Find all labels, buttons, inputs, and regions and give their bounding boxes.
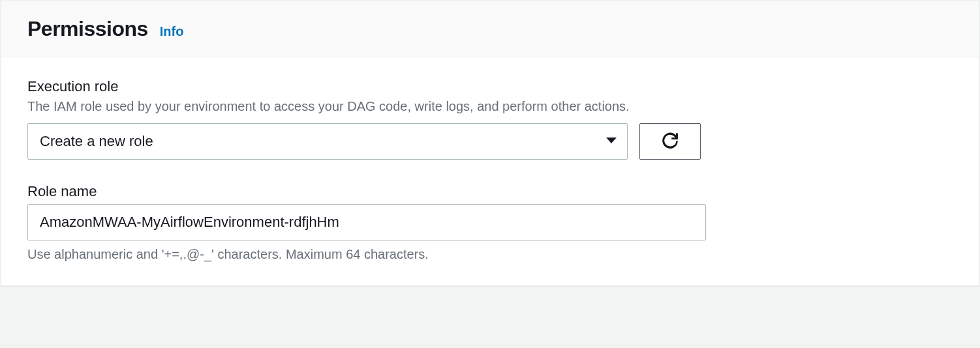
info-link[interactable]: Info [160, 24, 184, 39]
panel-title: Permissions [27, 17, 148, 41]
panel-body: Execution role The IAM role used by your… [1, 57, 979, 285]
role-name-input[interactable] [27, 204, 706, 240]
execution-role-selected-value: Create a new role [40, 133, 153, 150]
role-name-group: Role name Use alphanumeric and '+=,.@-_'… [27, 183, 953, 262]
refresh-icon [661, 132, 679, 152]
execution-role-select[interactable]: Create a new role [27, 123, 628, 160]
execution-role-row: Create a new role [27, 123, 953, 160]
execution-role-select-wrap: Create a new role [27, 123, 628, 160]
execution-role-group: Execution role The IAM role used by your… [27, 78, 953, 160]
execution-role-description: The IAM role used by your environment to… [27, 99, 953, 114]
panel-header: Permissions Info [1, 1, 979, 57]
execution-role-label: Execution role [27, 78, 953, 95]
permissions-panel: Permissions Info Execution role The IAM … [1, 1, 979, 286]
role-name-hint: Use alphanumeric and '+=,.@-_' character… [27, 247, 953, 262]
role-name-label: Role name [27, 183, 953, 200]
refresh-button[interactable] [639, 123, 701, 160]
